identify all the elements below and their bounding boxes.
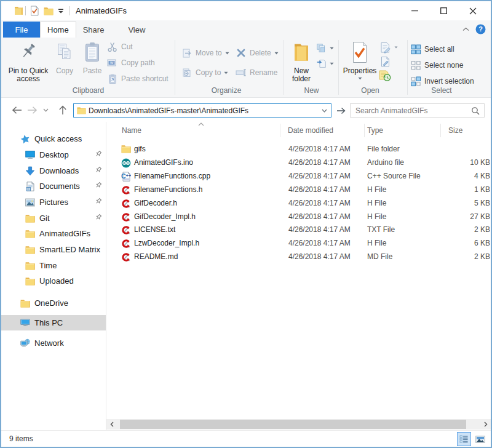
file-row-license.txt[interactable]: LICENSE.txt 4/26/2018 4:17 AM TXT File 2… [106, 223, 491, 237]
file-name: GifDecoder_Impl.h [134, 212, 196, 221]
sidebar-item-desktop[interactable]: Desktop [1, 147, 106, 162]
column-header-type[interactable]: Type [365, 124, 441, 137]
sidebar-item-downloads[interactable]: Downloads [1, 163, 106, 178]
select-all-button[interactable]: Select all [410, 44, 454, 55]
copy-button[interactable]: Copy [52, 39, 77, 75]
address-path[interactable]: Downloads\AnimatedGIFs-master\AnimatedGI… [89, 106, 322, 115]
sidebar-item-animatedgifs[interactable]: AnimatedGIFs [1, 226, 106, 241]
search-icon [471, 106, 480, 115]
sidebar-item-onedrive[interactable]: OneDrive [1, 295, 106, 311]
qat-customize-chevron-icon[interactable] [58, 1, 64, 20]
recent-locations-chevron[interactable] [40, 103, 52, 118]
thumbnails-view-button[interactable] [475, 432, 486, 446]
sidebar-item-documents[interactable]: Documents [1, 178, 106, 194]
column-header-size[interactable]: Size [441, 124, 491, 137]
scrollbar-thumb[interactable] [120, 420, 466, 429]
file-row-gifdecoder_impl.h[interactable]: GifDecoder_Impl.h 4/26/2018 4:17 AM H Fi… [106, 210, 491, 224]
sidebar-item-quick-access[interactable]: Quick access [1, 131, 106, 146]
pin-to-quick-access-label: Pin to Quick access [5, 67, 52, 82]
copy-path-icon: W [107, 58, 118, 67]
new-item-button[interactable] [316, 42, 334, 54]
history-button[interactable] [378, 70, 392, 81]
paste-shortcut-button[interactable]: Paste shortcut [107, 71, 169, 87]
paste-icon [84, 39, 101, 66]
copy-path-button[interactable]: W Copy path [107, 55, 169, 71]
file-size: 2 KB [474, 225, 490, 234]
address-bar[interactable]: Downloads\AnimatedGIFs-master\AnimatedGI… [73, 103, 331, 118]
file-row-gifdecoder.h[interactable]: GifDecoder.h 4/26/2018 4:17 AM H File 5 … [106, 197, 491, 210]
file-menu-button[interactable]: File [3, 22, 40, 38]
column-header-name[interactable]: Name [106, 124, 280, 137]
new-folder-icon [293, 39, 309, 66]
minimize-button[interactable] [400, 1, 429, 20]
minimize-ribbon-icon[interactable] [462, 27, 469, 31]
delete-button[interactable]: Delete [236, 47, 279, 58]
easy-access-button[interactable] [316, 58, 334, 69]
tab-home[interactable]: Home [40, 22, 76, 38]
invert-selection-icon [410, 76, 421, 87]
up-button[interactable] [54, 103, 71, 118]
address-dropdown-icon[interactable] [322, 109, 327, 113]
sidebar-item-time[interactable]: Time [1, 258, 106, 273]
svg-text:++: ++ [126, 173, 131, 178]
invert-selection-button[interactable]: Invert selection [410, 76, 474, 87]
sidebar-item-network[interactable]: Network [1, 335, 106, 351]
ribbon: Pin to Quick access Copy Paste Cut W Cop… [1, 38, 491, 98]
help-icon[interactable]: ? [475, 24, 486, 34]
forward-button[interactable] [25, 103, 40, 118]
column-header-date[interactable]: Date modified [280, 124, 365, 137]
qat-newfolder-button[interactable] [44, 1, 54, 20]
file-row-gifs[interactable]: gifs 4/26/2018 4:17 AM File folder [106, 143, 491, 156]
back-button[interactable] [9, 103, 25, 118]
maximize-button[interactable] [429, 1, 458, 20]
scroll-right-icon[interactable] [480, 419, 491, 430]
new-folder-button[interactable]: New folder [287, 39, 316, 82]
window-title: AnimatedGIFs [76, 1, 127, 20]
search-box[interactable]: Search AnimatedGIFs [350, 103, 485, 118]
sidebar-item-git[interactable]: Git [1, 210, 106, 226]
go-to-button[interactable] [334, 103, 347, 118]
pictures-image-icon [25, 198, 35, 207]
scroll-left-icon[interactable] [106, 419, 117, 430]
qat-properties-button[interactable] [30, 1, 39, 20]
paste-button[interactable]: Paste [79, 39, 106, 75]
open-button[interactable] [379, 56, 391, 67]
file-row-filenamefunctions.cpp[interactable]: C++ FilenameFunctions.cpp 4/26/2018 4:17… [106, 170, 491, 183]
file-size: 4 KB [474, 172, 490, 180]
file-name: LzwDecoder_Impl.h [134, 239, 199, 247]
pin-to-quick-access-button[interactable]: Pin to Quick access [5, 39, 52, 82]
close-button[interactable] [458, 1, 487, 20]
file-size: 1 KB [474, 185, 490, 194]
move-to-button[interactable]: Move to [181, 47, 229, 58]
file-name: FilenameFunctions.h [134, 185, 202, 194]
cpp-file-icon: C++ [121, 172, 131, 182]
properties-button[interactable]: Properties [341, 39, 378, 80]
svg-text:?: ? [478, 25, 483, 33]
file-row-readme.md[interactable]: README.md 4/26/2018 4:17 AM MD File 2 KB [106, 250, 491, 264]
edit-button[interactable] [379, 42, 398, 53]
sidebar-item-this-pc[interactable]: This PC [1, 315, 106, 330]
copy-to-button[interactable]: Copy to [181, 67, 228, 78]
delete-icon [236, 48, 247, 58]
sidebar-item-uploaded[interactable]: Uploaded [1, 273, 106, 289]
rename-button[interactable]: Rename [236, 67, 277, 78]
title-bar: AnimatedGIFs [1, 1, 491, 20]
file-row-lzwdecoder_impl.h[interactable]: LzwDecoder_Impl.h 4/26/2018 4:17 AM H Fi… [106, 237, 491, 250]
tab-view[interactable]: View [119, 22, 154, 38]
details-view-button[interactable] [457, 432, 471, 446]
cut-button[interactable]: Cut [107, 39, 169, 55]
file-date: 4/26/2018 4:17 AM [288, 199, 351, 207]
properties-dropdown-icon [358, 77, 362, 80]
select-none-button[interactable]: Select none [410, 60, 463, 71]
file-list: Name Date modified Type Size gifs 4/26/2… [106, 122, 491, 430]
file-row-animatedgifs.ino[interactable]: AnimatedGIFs.ino 4/26/2018 4:17 AM Ardui… [106, 156, 491, 170]
tab-share[interactable]: Share [76, 22, 111, 38]
desktop-monitor-icon [25, 150, 35, 160]
folder-icon [25, 214, 35, 223]
sidebar-item-smartled-matrix[interactable]: SmartLED Matrix [1, 242, 106, 257]
horizontal-scrollbar[interactable] [106, 419, 491, 430]
pin-icon [95, 198, 102, 205]
file-row-filenamefunctions.h[interactable]: FilenameFunctions.h 4/26/2018 4:17 AM H … [106, 183, 491, 197]
file-date: 4/26/2018 4:17 AM [288, 185, 351, 194]
sidebar-item-pictures[interactable]: Pictures [1, 194, 106, 210]
